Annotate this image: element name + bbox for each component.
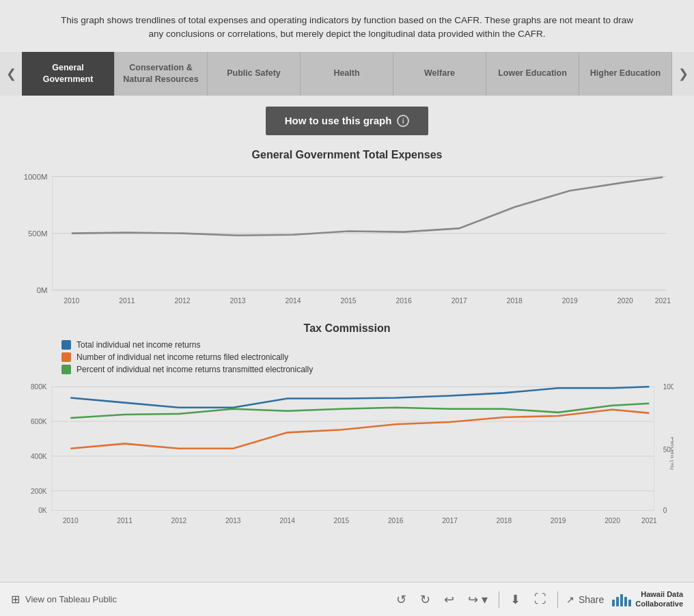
how-to-section: How to use this graph i (0, 96, 694, 142)
forward-button-with-menu[interactable]: ↪ ▾ (465, 589, 490, 610)
legend-label-orange: Number of individual net income returns … (77, 352, 288, 362)
tableau-link[interactable]: ⊞ View on Tableau Public (11, 593, 117, 606)
chart1-svg: 1000M 500M 0M 2010 2011 2012 2013 2014 2… (20, 167, 674, 316)
svg-text:2010: 2010 (63, 516, 79, 524)
svg-text:2017: 2017 (442, 516, 458, 524)
svg-text:2014: 2014 (285, 296, 301, 304)
svg-text:Percent (%): Percent (%) (669, 436, 674, 469)
legend-item-blue: Total individual net income returns (61, 340, 674, 350)
divider2 (557, 591, 558, 608)
logo-bar-5 (628, 600, 631, 606)
svg-text:2011: 2011 (117, 516, 133, 524)
logo-bar-1 (612, 600, 615, 606)
undo-button[interactable]: ↺ (393, 589, 409, 610)
tabs-container: ❮ GeneralGovernment Conservation &Natura… (0, 52, 694, 96)
svg-text:2019: 2019 (551, 516, 566, 524)
download-button[interactable]: ⬇ (508, 589, 523, 610)
share-label: Share (579, 594, 604, 605)
tableau-icon: ⊞ (11, 593, 20, 606)
bottom-bar: ⊞ View on Tableau Public ↺ ↻ ↩ ↪ ▾ ⬇ ⛶ ↗… (0, 582, 694, 616)
prev-tab-button[interactable]: ❮ (0, 52, 22, 96)
svg-text:2020: 2020 (605, 516, 620, 524)
charts-area: General Government Total Expenses 1000M … (0, 142, 694, 583)
tab-health[interactable]: Health (301, 52, 393, 96)
legend-color-orange (61, 352, 71, 362)
share-button[interactable]: ↗ Share (566, 594, 604, 605)
chart2-legend: Total individual net income returns Numb… (61, 340, 674, 374)
tab-public-safety[interactable]: Public Safety (208, 52, 301, 96)
legend-label-green: Percent of individual net income returns… (77, 365, 313, 374)
chart2-title: Tax Commission (20, 322, 674, 335)
legend-label-blue: Total individual net income returns (77, 340, 200, 350)
svg-text:2019: 2019 (562, 296, 578, 304)
chart1-wrapper: 1000M 500M 0M 2010 2011 2012 2013 2014 2… (20, 167, 674, 316)
svg-text:0M: 0M (37, 285, 48, 294)
left-arrow-icon: ❮ (6, 66, 16, 81)
description-text: This graph shows trendlines of total exp… (61, 15, 633, 39)
svg-text:2010: 2010 (64, 296, 79, 304)
svg-text:2020: 2020 (617, 296, 633, 304)
svg-text:2018: 2018 (497, 516, 512, 524)
logo-text: Hawaii Data Collaborative (635, 590, 683, 608)
chart2-section: Tax Commission Total individual net inco… (14, 316, 680, 537)
tab-conservation[interactable]: Conservation &Natural Resources (115, 52, 208, 96)
chart1-title: General Government Total Expenses (20, 149, 674, 161)
svg-text:400K: 400K (31, 453, 47, 460)
chart2-svg: 800K 600K 400K 200K 0K 100 50 0 Percent … (20, 377, 674, 537)
fullscreen-button[interactable]: ⛶ (531, 589, 549, 609)
legend-item-orange: Number of individual net income returns … (61, 352, 674, 362)
logo-bar-3 (620, 594, 623, 606)
back-button[interactable]: ↩ (441, 589, 457, 610)
chart1-section: General Government Total Expenses 1000M … (14, 142, 680, 316)
tab-welfare[interactable]: Welfare (393, 52, 486, 96)
svg-text:800K: 800K (31, 383, 47, 391)
tableau-link-label: View on Tableau Public (25, 594, 117, 604)
svg-text:600K: 600K (31, 418, 47, 425)
tab-higher-education[interactable]: Higher Education (579, 52, 672, 96)
bottom-right-controls: ↺ ↻ ↩ ↪ ▾ ⬇ ⛶ ↗ Share Hawaii Data Collab… (393, 589, 683, 610)
svg-text:2021: 2021 (655, 296, 671, 304)
svg-text:0: 0 (663, 507, 667, 514)
tab-lower-education[interactable]: Lower Education (486, 52, 579, 96)
right-arrow-icon: ❯ (678, 66, 689, 81)
svg-text:100: 100 (663, 383, 674, 391)
logo-bar-4 (624, 597, 627, 606)
legend-color-green (61, 365, 71, 374)
header-description: This graph shows trendlines of total exp… (0, 0, 694, 52)
legend-color-blue (61, 340, 71, 350)
tab-general-government[interactable]: GeneralGovernment (22, 52, 115, 96)
redo-button[interactable]: ↻ (417, 589, 433, 610)
svg-text:2012: 2012 (171, 516, 187, 524)
svg-text:2015: 2015 (341, 296, 357, 304)
svg-text:2012: 2012 (174, 296, 190, 304)
svg-text:2018: 2018 (507, 296, 523, 304)
how-to-button[interactable]: How to use this graph i (266, 107, 429, 135)
svg-text:1000M: 1000M (24, 172, 48, 180)
info-icon: i (397, 115, 409, 127)
svg-text:2017: 2017 (452, 296, 467, 304)
svg-text:2011: 2011 (119, 296, 135, 304)
legend-item-green: Percent of individual net income returns… (61, 365, 674, 374)
svg-text:500M: 500M (28, 229, 48, 237)
svg-text:2013: 2013 (225, 516, 241, 524)
svg-text:2014: 2014 (279, 516, 295, 524)
hawaii-logo: Hawaii Data Collaborative (612, 590, 683, 608)
svg-text:2021: 2021 (641, 516, 657, 524)
logo-bar-2 (616, 597, 619, 606)
how-to-label: How to use this graph (285, 115, 392, 126)
next-tab-button[interactable]: ❯ (672, 52, 694, 96)
svg-text:2013: 2013 (230, 296, 245, 304)
svg-text:200K: 200K (31, 488, 47, 495)
svg-text:2015: 2015 (334, 516, 350, 524)
divider (499, 591, 499, 608)
svg-text:2016: 2016 (388, 516, 404, 524)
share-icon: ↗ (566, 594, 574, 605)
chart2-wrapper: 800K 600K 400K 200K 0K 100 50 0 Percent … (20, 377, 674, 537)
svg-text:0K: 0K (38, 507, 47, 514)
logo-bars (612, 593, 631, 606)
tabs-list: GeneralGovernment Conservation &Natural … (22, 52, 672, 96)
svg-text:2016: 2016 (396, 296, 412, 304)
